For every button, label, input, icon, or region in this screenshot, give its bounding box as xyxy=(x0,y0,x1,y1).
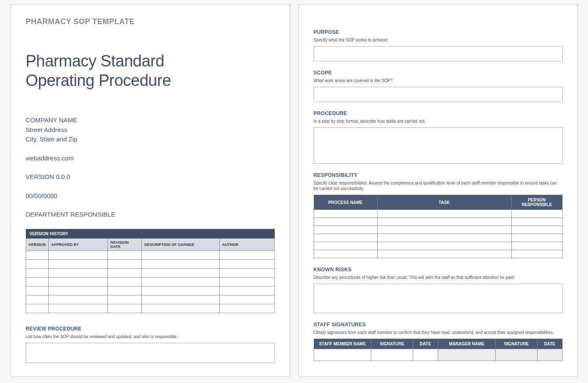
company-street: Street Address xyxy=(26,125,275,135)
table-row xyxy=(314,226,562,234)
page-1: PHARMACY SOP TEMPLATE Pharmacy Standard … xyxy=(11,4,290,377)
table-row xyxy=(26,304,274,313)
table-row xyxy=(314,349,562,361)
department-responsible: DEPARTMENT RESPONSIBLE xyxy=(26,210,275,220)
table-row xyxy=(26,268,274,277)
known-risks-title: KNOWN RISKS xyxy=(314,267,563,273)
review-procedure-desc: List how often the SOP should be reviewe… xyxy=(26,334,275,339)
table-row xyxy=(26,295,274,304)
company-name: COMPANY NAME xyxy=(26,116,275,125)
staff-signatures-table: STAFF MEMBER NAME SIGNATURE DATE MANAGER… xyxy=(314,339,563,361)
col-approved: APPROVED BY xyxy=(49,238,108,251)
responsibility-title: RESPONSIBILITY xyxy=(314,172,563,178)
col-description: DESCRIPTION OF CHANGE xyxy=(142,238,219,251)
col-manager-date: DATE xyxy=(537,339,562,349)
title-line-1: Pharmacy Standard xyxy=(26,52,164,70)
table-row xyxy=(26,277,274,286)
table-row xyxy=(26,259,274,268)
known-risks-desc: Describe any procedures of higher risk t… xyxy=(314,275,563,280)
procedure-title: PROCEDURE xyxy=(314,110,563,116)
col-manager-signature: SIGNATURE xyxy=(495,339,537,349)
scope-field[interactable] xyxy=(314,87,563,102)
table-row xyxy=(314,234,562,242)
purpose-title: PURPOSE xyxy=(314,29,563,35)
known-risks-field[interactable] xyxy=(314,284,563,313)
col-staff-member: STAFF MEMBER NAME xyxy=(314,339,371,349)
procedure-field[interactable] xyxy=(314,127,563,164)
title-line-2: Operating Procedure xyxy=(26,72,171,89)
table-row xyxy=(26,286,274,295)
col-task: TASK xyxy=(377,195,511,210)
review-procedure-title: REVIEW PROCEDURE xyxy=(26,326,275,332)
col-signature: SIGNATURE xyxy=(371,339,413,349)
document-title: Pharmacy Standard Operating Procedure xyxy=(26,52,275,90)
doc-date: 00/00/0000 xyxy=(26,191,275,201)
responsibility-table: PROCESS NAME TASK PERSON RESPONSIBLE xyxy=(314,195,563,258)
col-manager-name: MANAGER NAME xyxy=(438,339,495,349)
scope-desc: What work areas are covered in the SOP? xyxy=(314,78,563,83)
purpose-field[interactable] xyxy=(314,46,563,61)
review-procedure-field[interactable] xyxy=(26,343,275,363)
scope-title: SCOPE xyxy=(314,70,563,76)
doc-version: VERSION 0.0.0 xyxy=(26,172,275,182)
company-citystate: City, State and Zip xyxy=(26,135,275,144)
company-web: webaddress.com xyxy=(26,154,275,163)
page-header: PHARMACY SOP TEMPLATE xyxy=(26,17,275,26)
table-row xyxy=(314,218,562,226)
page-2: PURPOSE Specify what the SOP works to ac… xyxy=(298,4,578,377)
table-row xyxy=(314,250,562,258)
procedure-desc: In a step by step format, describe how t… xyxy=(314,118,563,124)
responsibility-desc: Specify clear responsibilities. Assess t… xyxy=(314,180,563,191)
col-process-name: PROCESS NAME xyxy=(314,195,377,210)
staff-signatures-desc: Obtain signatures from each staff member… xyxy=(314,330,563,335)
staff-signatures-title: STAFF SIGNATURES xyxy=(314,322,563,328)
col-date: DATE xyxy=(413,339,438,349)
table-row xyxy=(314,242,562,250)
col-person-responsible: PERSON RESPONSIBLE xyxy=(511,195,562,210)
table-row xyxy=(26,251,274,259)
company-info-block: COMPANY NAME Street Address City, State … xyxy=(26,116,275,220)
version-history-caption: VERSION HISTORY xyxy=(26,229,275,238)
version-history-table: VERSION APPROVED BY REVISION DATE DESCRI… xyxy=(26,238,275,313)
col-version: VERSION xyxy=(26,238,49,251)
table-row xyxy=(314,210,562,218)
col-author: AUTHOR xyxy=(219,238,274,251)
purpose-desc: Specify what the SOP works to achieve. xyxy=(314,37,563,43)
col-revision: REVISION DATE xyxy=(108,238,142,251)
